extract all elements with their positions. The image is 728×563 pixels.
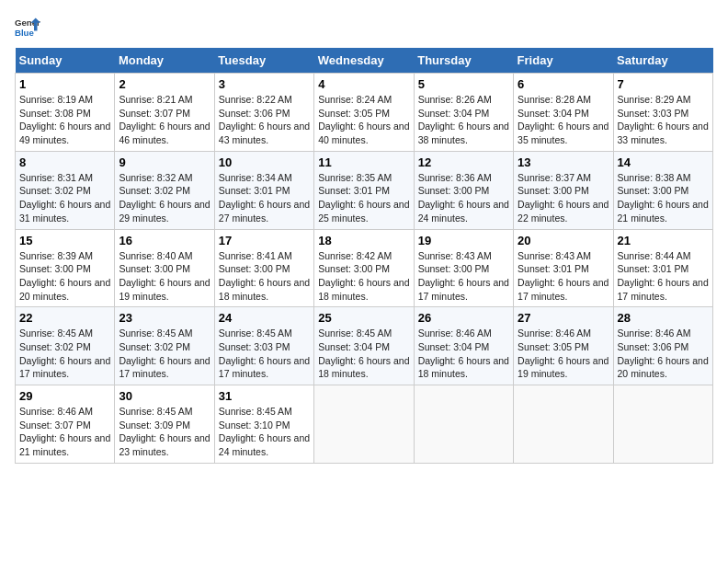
calendar-day-cell: 12Sunrise: 8:36 AMSunset: 3:00 PMDayligh… — [414, 151, 513, 229]
calendar-day-cell: 16Sunrise: 8:40 AMSunset: 3:00 PMDayligh… — [115, 229, 214, 307]
day-info: Sunrise: 8:46 AMSunset: 3:05 PMDaylight:… — [518, 327, 609, 381]
day-info: Sunrise: 8:43 AMSunset: 3:00 PMDaylight:… — [418, 249, 509, 304]
day-info: Sunrise: 8:41 AMSunset: 3:00 PMDaylight:… — [219, 249, 310, 304]
day-info: Sunrise: 8:46 AMSunset: 3:07 PMDaylight:… — [19, 405, 110, 459]
calendar-day-cell: 22Sunrise: 8:45 AMSunset: 3:02 PMDayligh… — [16, 307, 115, 385]
day-number: 3 — [219, 77, 310, 91]
calendar-week-row: 15Sunrise: 8:39 AMSunset: 3:00 PMDayligh… — [16, 229, 713, 307]
calendar-day-cell: 29Sunrise: 8:46 AMSunset: 3:07 PMDayligh… — [16, 385, 115, 464]
calendar-day-cell: 19Sunrise: 8:43 AMSunset: 3:00 PMDayligh… — [414, 229, 513, 307]
weekday-header-tuesday: Tuesday — [214, 48, 313, 74]
calendar-day-cell: 9Sunrise: 8:32 AMSunset: 3:02 PMDaylight… — [115, 151, 214, 229]
day-info: Sunrise: 8:44 AMSunset: 3:01 PMDaylight:… — [618, 249, 709, 304]
calendar-day-cell: 8Sunrise: 8:31 AMSunset: 3:02 PMDaylight… — [16, 151, 115, 229]
day-number: 19 — [418, 234, 509, 247]
calendar-day-cell: 18Sunrise: 8:42 AMSunset: 3:00 PMDayligh… — [314, 229, 414, 307]
day-number: 31 — [219, 389, 310, 403]
day-number: 26 — [418, 311, 509, 325]
weekday-header-sunday: Sunday — [16, 48, 115, 74]
day-number: 23 — [119, 311, 210, 325]
day-info: Sunrise: 8:31 AMSunset: 3:02 PMDaylight:… — [19, 171, 110, 225]
day-info: Sunrise: 8:29 AMSunset: 3:03 PMDaylight:… — [618, 93, 709, 147]
calendar-table: SundayMondayTuesdayWednesdayThursdayFrid… — [15, 48, 713, 464]
calendar-day-cell: 27Sunrise: 8:46 AMSunset: 3:05 PMDayligh… — [514, 307, 613, 385]
day-number: 2 — [119, 77, 210, 91]
calendar-day-cell: 10Sunrise: 8:34 AMSunset: 3:01 PMDayligh… — [214, 151, 313, 229]
weekday-header-row: SundayMondayTuesdayWednesdayThursdayFrid… — [16, 48, 713, 74]
calendar-day-cell — [414, 385, 513, 464]
day-number: 29 — [19, 389, 110, 403]
calendar-day-cell: 20Sunrise: 8:43 AMSunset: 3:01 PMDayligh… — [514, 229, 613, 307]
day-info: Sunrise: 8:37 AMSunset: 3:00 PMDaylight:… — [518, 171, 609, 225]
day-number: 1 — [19, 77, 110, 91]
calendar-week-row: 22Sunrise: 8:45 AMSunset: 3:02 PMDayligh… — [16, 307, 713, 385]
day-number: 20 — [518, 234, 609, 247]
day-info: Sunrise: 8:42 AMSunset: 3:00 PMDaylight:… — [318, 249, 409, 304]
calendar-day-cell: 21Sunrise: 8:44 AMSunset: 3:01 PMDayligh… — [613, 229, 712, 307]
day-number: 6 — [518, 77, 609, 91]
logo: General Blue — [15, 15, 40, 40]
calendar-day-cell: 31Sunrise: 8:45 AMSunset: 3:10 PMDayligh… — [214, 385, 313, 464]
day-number: 24 — [219, 311, 310, 325]
day-number: 22 — [19, 311, 110, 325]
day-number: 28 — [618, 311, 709, 325]
weekday-header-wednesday: Wednesday — [314, 48, 414, 74]
day-info: Sunrise: 8:39 AMSunset: 3:00 PMDaylight:… — [19, 249, 110, 304]
day-number: 14 — [618, 155, 709, 169]
day-number: 30 — [119, 389, 210, 403]
day-info: Sunrise: 8:46 AMSunset: 3:06 PMDaylight:… — [618, 327, 709, 381]
calendar-week-row: 29Sunrise: 8:46 AMSunset: 3:07 PMDayligh… — [16, 385, 713, 464]
weekday-header-friday: Friday — [514, 48, 613, 74]
day-info: Sunrise: 8:45 AMSunset: 3:02 PMDaylight:… — [119, 327, 210, 381]
day-number: 9 — [119, 155, 210, 169]
weekday-header-saturday: Saturday — [613, 48, 712, 74]
calendar-day-cell: 4Sunrise: 8:24 AMSunset: 3:05 PMDaylight… — [314, 74, 414, 152]
day-info: Sunrise: 8:46 AMSunset: 3:04 PMDaylight:… — [418, 327, 509, 381]
day-number: 17 — [219, 234, 310, 247]
day-number: 5 — [418, 77, 509, 91]
calendar-day-cell: 13Sunrise: 8:37 AMSunset: 3:00 PMDayligh… — [514, 151, 613, 229]
day-number: 16 — [119, 234, 210, 247]
svg-text:Blue: Blue — [15, 28, 34, 38]
calendar-day-cell: 26Sunrise: 8:46 AMSunset: 3:04 PMDayligh… — [414, 307, 513, 385]
calendar-day-cell: 17Sunrise: 8:41 AMSunset: 3:00 PMDayligh… — [214, 229, 313, 307]
calendar-day-cell — [314, 385, 414, 464]
calendar-day-cell: 28Sunrise: 8:46 AMSunset: 3:06 PMDayligh… — [613, 307, 712, 385]
weekday-header-monday: Monday — [115, 48, 214, 74]
calendar-day-cell: 7Sunrise: 8:29 AMSunset: 3:03 PMDaylight… — [613, 74, 712, 152]
day-info: Sunrise: 8:45 AMSunset: 3:04 PMDaylight:… — [318, 327, 409, 381]
calendar-day-cell: 1Sunrise: 8:19 AMSunset: 3:08 PMDaylight… — [16, 74, 115, 152]
day-info: Sunrise: 8:34 AMSunset: 3:01 PMDaylight:… — [219, 171, 310, 225]
calendar-day-cell: 2Sunrise: 8:21 AMSunset: 3:07 PMDaylight… — [115, 74, 214, 152]
calendar-day-cell: 25Sunrise: 8:45 AMSunset: 3:04 PMDayligh… — [314, 307, 414, 385]
day-number: 27 — [518, 311, 609, 325]
day-number: 7 — [618, 77, 709, 91]
calendar-week-row: 8Sunrise: 8:31 AMSunset: 3:02 PMDaylight… — [16, 151, 713, 229]
calendar-day-cell: 14Sunrise: 8:38 AMSunset: 3:00 PMDayligh… — [613, 151, 712, 229]
calendar-day-cell — [514, 385, 613, 464]
calendar-day-cell: 6Sunrise: 8:28 AMSunset: 3:04 PMDaylight… — [514, 74, 613, 152]
day-number: 8 — [19, 155, 110, 169]
calendar-day-cell: 30Sunrise: 8:45 AMSunset: 3:09 PMDayligh… — [115, 385, 214, 464]
day-info: Sunrise: 8:45 AMSunset: 3:02 PMDaylight:… — [19, 327, 110, 381]
day-number: 13 — [518, 155, 609, 169]
day-info: Sunrise: 8:35 AMSunset: 3:01 PMDaylight:… — [318, 171, 409, 225]
calendar-day-cell: 24Sunrise: 8:45 AMSunset: 3:03 PMDayligh… — [214, 307, 313, 385]
day-info: Sunrise: 8:45 AMSunset: 3:10 PMDaylight:… — [219, 405, 310, 459]
calendar-day-cell — [613, 385, 712, 464]
day-number: 25 — [318, 311, 409, 325]
day-info: Sunrise: 8:28 AMSunset: 3:04 PMDaylight:… — [518, 93, 609, 147]
header: General Blue — [15, 15, 713, 40]
calendar-day-cell: 3Sunrise: 8:22 AMSunset: 3:06 PMDaylight… — [214, 74, 313, 152]
day-number: 4 — [318, 77, 409, 91]
day-info: Sunrise: 8:19 AMSunset: 3:08 PMDaylight:… — [19, 93, 110, 147]
day-number: 11 — [318, 155, 409, 169]
day-number: 15 — [19, 234, 110, 247]
calendar-day-cell: 23Sunrise: 8:45 AMSunset: 3:02 PMDayligh… — [115, 307, 214, 385]
day-info: Sunrise: 8:43 AMSunset: 3:01 PMDaylight:… — [518, 249, 609, 304]
day-info: Sunrise: 8:36 AMSunset: 3:00 PMDaylight:… — [418, 171, 509, 225]
calendar-day-cell: 5Sunrise: 8:26 AMSunset: 3:04 PMDaylight… — [414, 74, 513, 152]
day-number: 10 — [219, 155, 310, 169]
logo-icon: General Blue — [15, 15, 40, 40]
calendar-day-cell: 11Sunrise: 8:35 AMSunset: 3:01 PMDayligh… — [314, 151, 414, 229]
